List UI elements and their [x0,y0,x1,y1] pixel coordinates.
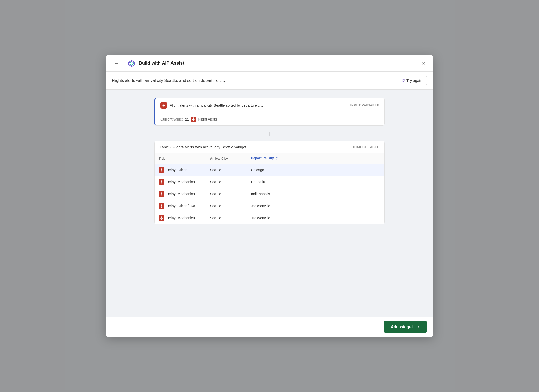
query-bar: Flights alerts with arrival city Seattle… [106,72,433,90]
table-row[interactable]: Delay: Mechanica Seattle Indianapolis [155,188,384,200]
data-table: Title Arrival City Departure City ▲ ▼ [155,153,384,224]
row-flight-icon [159,191,164,197]
close-button[interactable]: × [420,59,427,68]
table-cell-arrival: Seattle [206,164,247,176]
input-variable-type-badge: INPUT VARIABLE [350,104,379,107]
table-body: Delay: Other Seattle Chicago [155,164,384,224]
aip-logo-icon [127,59,136,68]
table-cell-departure: Honolulu [247,176,293,188]
svg-marker-1 [130,62,133,65]
row-title-cell: Delay: Other (JAX [159,203,202,209]
table-cell-title: Delay: Other [155,164,206,176]
input-variable-card-header: Flight alerts with arrival city Seattle … [155,98,384,113]
modal-overlay: ← Build with AIP Assist × Flights alerts… [0,0,539,392]
sort-desc-icon: ▼ [276,158,278,161]
modal-container: ← Build with AIP Assist × Flights alerts… [106,55,433,337]
card-header-left: Flight alerts with arrival city Seattle … [160,102,263,109]
table-row[interactable]: Delay: Mechanica Seattle Jacksonville [155,212,384,224]
table-head: Title Arrival City Departure City ▲ ▼ [155,153,384,164]
table-card-title: Table - Flights alerts with arrival city… [160,145,246,149]
table-cell-rest [293,200,384,212]
flight-icon-small [191,117,196,122]
table-cell-title: Delay: Mechanica [155,188,206,200]
row-flight-icon [159,179,164,185]
row-flight-icon [159,203,164,209]
input-variable-card: Flight alerts with arrival city Seattle … [154,98,385,126]
col-title-label: Title [159,157,166,160]
table-cell-rest [293,176,384,188]
col-arrival-label: Arrival City [210,157,228,160]
table-header-row: Title Arrival City Departure City ▲ ▼ [155,153,384,164]
row-title-text: Delay: Mechanica [166,192,195,196]
table-cell-rest [293,212,384,224]
row-title-text: Delay: Mechanica [166,216,195,220]
row-title-text: Delay: Other (JAX [166,204,195,208]
table-cell-arrival: Seattle [206,200,247,212]
input-variable-card-title: Flight alerts with arrival city Seattle … [170,103,263,107]
back-button[interactable]: ← [112,59,121,67]
table-cell-rest [293,188,384,200]
col-arrival-header: Arrival City [206,153,247,164]
arrow-down-connector: ↓ [268,126,271,141]
table-cell-title: Delay: Mechanica [155,212,206,224]
table-cell-departure: Indianapolis [247,188,293,200]
row-title-cell: Delay: Mechanica [159,179,202,185]
current-value-name: Flight Alerts [198,117,217,121]
flight-icon [160,102,167,109]
arrow-right-icon: → [415,324,420,330]
table-cell-departure: Jacksonville [247,200,293,212]
col-departure-header[interactable]: Departure City ▲ ▼ [247,153,293,164]
table-card-header: Table - Flights alerts with arrival city… [155,141,384,153]
current-value-count: 11 [185,117,189,121]
table-cell-arrival: Seattle [206,212,247,224]
input-variable-card-body: Current value: 11 Flight Alerts [155,113,384,125]
row-title-cell: Delay: Other [159,167,202,173]
header-divider [124,59,124,68]
table-row[interactable]: Delay: Other (JAX Seattle Jacksonville [155,200,384,212]
current-value-row: Current value: 11 Flight Alerts [160,117,379,122]
table-cell-arrival: Seattle [206,176,247,188]
modal-title: Build with AIP Assist [139,61,417,66]
row-title-text: Delay: Mechanica [166,180,195,184]
row-flight-icon [159,215,164,221]
table-row[interactable]: Delay: Other Seattle Chicago [155,164,384,176]
row-title-cell: Delay: Mechanica [159,191,202,197]
row-flight-icon [159,167,164,173]
modal-header: ← Build with AIP Assist × [106,55,433,72]
try-again-button[interactable]: ↺ Try again [397,76,427,85]
modal-footer: Add widget → [106,317,433,337]
try-again-label: Try again [406,78,422,83]
sort-icon: ▲ ▼ [276,156,278,161]
table-cell-title: Delay: Mechanica [155,176,206,188]
modal-body: Flight alerts with arrival city Seattle … [106,90,433,317]
col-title-header: Title [155,153,206,164]
col-rest-header [293,153,384,164]
table-cell-departure: Chicago [247,164,293,176]
table-row[interactable]: Delay: Mechanica Seattle Honolulu [155,176,384,188]
current-value-label: Current value: [160,117,183,121]
table-cell-rest [293,164,384,176]
table-card: Table - Flights alerts with arrival city… [154,141,385,224]
add-widget-button[interactable]: Add widget → [384,321,427,333]
table-cell-title: Delay: Other (JAX [155,200,206,212]
col-departure-label: Departure City [251,156,274,160]
query-text: Flights alerts with arrival city Seattle… [112,78,227,83]
table-cell-arrival: Seattle [206,188,247,200]
table-cell-departure: Jacksonville [247,212,293,224]
row-title-text: Delay: Other [166,168,187,172]
add-widget-label: Add widget [391,325,413,329]
try-again-icon: ↺ [402,78,405,83]
object-table-badge: OBJECT TABLE [353,145,379,149]
row-title-cell: Delay: Mechanica [159,215,202,221]
